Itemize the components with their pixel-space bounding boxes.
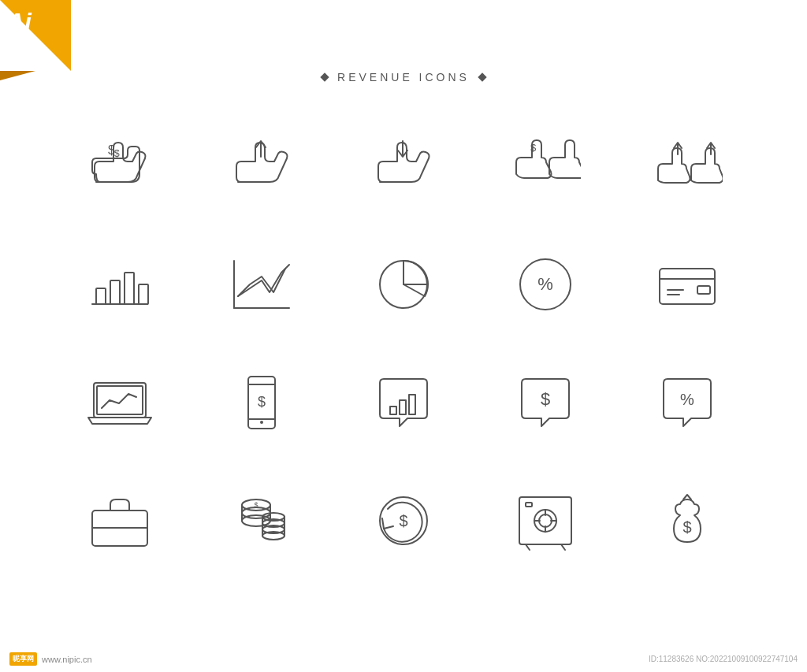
svg-rect-8 xyxy=(96,288,106,304)
svg-line-57 xyxy=(561,544,565,550)
svg-rect-25 xyxy=(97,386,143,414)
credit-card-icon xyxy=(616,225,758,343)
svg-point-50 xyxy=(539,514,552,527)
svg-rect-10 xyxy=(125,273,134,304)
svg-text:$: $ xyxy=(682,518,691,536)
phone-dollar-icon: $ xyxy=(191,343,333,462)
hand-upload-icon xyxy=(191,107,333,225)
diamond-left xyxy=(320,72,329,81)
speech-bar-icon xyxy=(333,343,474,462)
icons-row-4: $ $ xyxy=(49,462,758,580)
hand-dollar-icon: $ $ xyxy=(49,107,191,225)
money-bag-icon: $ xyxy=(616,462,758,580)
speech-dollar-icon: $ xyxy=(474,343,616,462)
bar-chart-icon xyxy=(49,225,191,343)
svg-rect-9 xyxy=(110,280,120,304)
footer: 昵享网 www.nipic.cn ID:11283626 NO:20221009… xyxy=(0,652,807,666)
svg-rect-24 xyxy=(94,383,146,418)
icons-grid: $ $ xyxy=(0,107,807,580)
footer-url: www.nipic.cn xyxy=(42,655,92,664)
ai-badge-notch xyxy=(0,71,71,80)
ai-badge: Ai xyxy=(0,0,71,71)
dollar-cycle-icon: $ xyxy=(333,462,474,580)
svg-text:%: % xyxy=(680,391,694,408)
svg-point-29 xyxy=(260,421,263,424)
speech-percent-icon: % xyxy=(616,343,758,462)
pie-chart-icon xyxy=(333,225,474,343)
laptop-chart-icon xyxy=(49,343,191,462)
safe-icon xyxy=(474,462,616,580)
line-chart-icon xyxy=(191,225,333,343)
svg-rect-48 xyxy=(519,497,571,544)
svg-text:$: $ xyxy=(254,501,258,509)
svg-rect-55 xyxy=(526,503,532,507)
hands-dollar-exchange-icon: $ xyxy=(474,107,616,225)
icons-row-3: $ $ % xyxy=(49,343,758,462)
svg-rect-31 xyxy=(390,407,396,414)
icons-row-1: $ $ xyxy=(49,107,758,225)
icons-row-2: % xyxy=(49,225,758,343)
percent-circle-icon: % xyxy=(474,225,616,343)
title-text: REVENUE ICONS xyxy=(337,71,470,84)
briefcase-icon xyxy=(49,462,191,580)
hand-download-icon xyxy=(333,107,474,225)
hands-growth-icon xyxy=(616,107,758,225)
svg-text:$: $ xyxy=(399,512,407,529)
svg-rect-33 xyxy=(409,395,415,414)
svg-rect-23 xyxy=(697,286,710,294)
page-title: REVENUE ICONS xyxy=(0,71,807,84)
svg-text:$: $ xyxy=(530,142,537,154)
svg-text:$: $ xyxy=(114,148,120,159)
svg-line-56 xyxy=(526,544,530,550)
footer-left: 昵享网 www.nipic.cn xyxy=(9,652,92,666)
svg-rect-32 xyxy=(400,400,406,414)
ai-badge-text: Ai xyxy=(6,9,32,35)
coins-stack-icon: $ xyxy=(191,462,333,580)
svg-rect-11 xyxy=(139,284,148,304)
diamond-right xyxy=(478,72,486,81)
svg-text:$: $ xyxy=(541,389,550,409)
svg-text:%: % xyxy=(537,274,553,294)
nipic-logo: 昵享网 xyxy=(9,652,37,666)
footer-id: ID:11283626 NO:20221009100922747104 xyxy=(649,655,798,663)
svg-text:$: $ xyxy=(258,394,266,410)
